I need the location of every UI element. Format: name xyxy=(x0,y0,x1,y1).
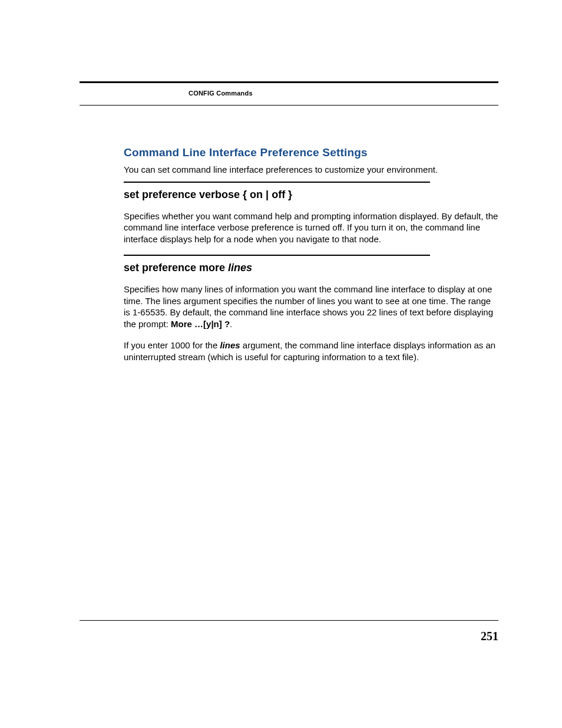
text-run: If you enter 1000 for the xyxy=(124,340,220,350)
command-heading-verbose: set preference verbose { on | off } xyxy=(124,189,498,201)
header-rule-bottom xyxy=(80,105,498,106)
command-heading-more: set preference more lines xyxy=(124,262,498,274)
divider-1 xyxy=(124,182,430,183)
page-number: 251 xyxy=(481,630,498,643)
section-title: Command Line Interface Preference Settin… xyxy=(124,146,498,159)
command-verbose-description: Specifies whether you want command help … xyxy=(124,210,498,245)
prompt-text: More …[y|n] ? xyxy=(171,319,230,329)
command-more-description-2: If you enter 1000 for the lines argument… xyxy=(124,340,498,363)
arg-lines: lines xyxy=(220,340,240,350)
command-more-description-1: Specifies how many lines of information … xyxy=(124,284,498,330)
header-rule-top xyxy=(80,81,498,83)
document-page: CONFIG Commands Command Line Interface P… xyxy=(0,0,562,728)
header-section-label: CONFIG Commands xyxy=(189,90,253,97)
divider-2 xyxy=(124,255,430,256)
command-heading-more-arg: lines xyxy=(228,262,252,274)
section-intro: You can set command line interface prefe… xyxy=(124,164,498,176)
content-area: Command Line Interface Preference Settin… xyxy=(124,146,498,373)
text-run: . xyxy=(230,319,232,329)
footer-rule xyxy=(80,620,498,621)
command-heading-more-prefix: set preference more xyxy=(124,262,228,274)
